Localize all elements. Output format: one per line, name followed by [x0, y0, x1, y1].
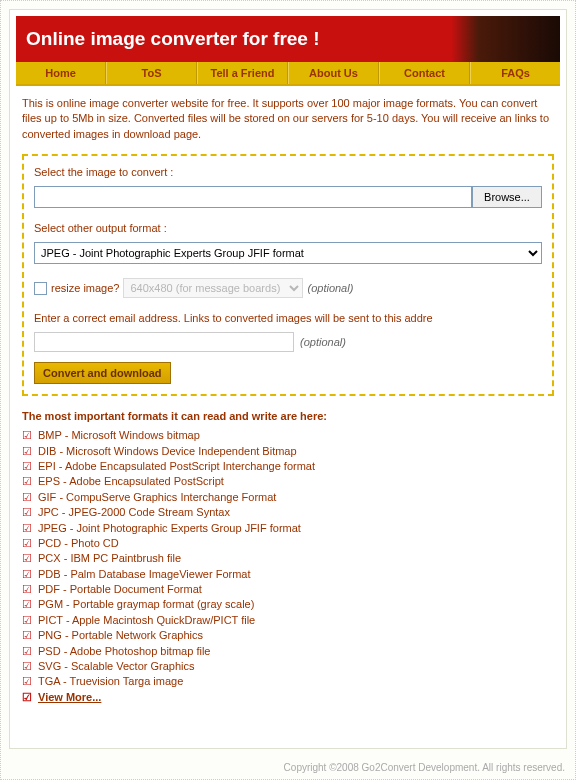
formats-title: The most important formats it can read a…: [22, 410, 554, 422]
resize-optional: (optional): [307, 282, 353, 294]
format-item: PICT - Apple Macintosh QuickDraw/PICT fi…: [22, 613, 554, 628]
file-input[interactable]: [34, 186, 472, 208]
nav-faqs[interactable]: FAQs: [470, 62, 560, 84]
nav-home[interactable]: Home: [16, 62, 106, 84]
formats-list: BMP - Microsoft Windows bitmapDIB - Micr…: [22, 428, 554, 705]
nav-contact[interactable]: Contact: [379, 62, 470, 84]
intro-text: This is online image converter website f…: [22, 96, 554, 142]
format-item: DIB - Microsoft Windows Device Independe…: [22, 444, 554, 459]
resize-select[interactable]: 640x480 (for message boards): [123, 278, 303, 298]
convert-button[interactable]: Convert and download: [34, 362, 171, 384]
format-item: PGM - Portable graymap format (gray scal…: [22, 597, 554, 612]
nav-tos[interactable]: ToS: [106, 62, 197, 84]
output-format-label: Select other output format :: [34, 222, 542, 234]
resize-label: resize image?: [51, 282, 119, 294]
nav-bar: Home ToS Tell a Friend About Us Contact …: [16, 62, 560, 86]
format-item: BMP - Microsoft Windows bitmap: [22, 428, 554, 443]
convert-form: Select the image to convert : Browse... …: [22, 154, 554, 396]
format-item: PDF - Portable Document Format: [22, 582, 554, 597]
format-item: SVG - Scalable Vector Graphics: [22, 659, 554, 674]
footer-copyright: Copyright ©2008 Go2Convert Development. …: [284, 762, 565, 773]
format-item: PNG - Portable Network Graphics: [22, 628, 554, 643]
format-item: JPEG - Joint Photographic Experts Group …: [22, 521, 554, 536]
format-item: TGA - Truevision Targa image: [22, 674, 554, 689]
format-item: PCX - IBM PC Paintbrush file: [22, 551, 554, 566]
email-optional: (optional): [300, 336, 346, 348]
format-item: JPC - JPEG-2000 Code Stream Syntax: [22, 505, 554, 520]
format-item: EPI - Adobe Encapsulated PostScript Inte…: [22, 459, 554, 474]
view-more-link[interactable]: View More...: [22, 690, 554, 705]
email-input[interactable]: [34, 332, 294, 352]
format-item: PCD - Photo CD: [22, 536, 554, 551]
resize-checkbox[interactable]: [34, 282, 47, 295]
select-image-label: Select the image to convert :: [34, 166, 542, 178]
format-item: EPS - Adobe Encapsulated PostScript: [22, 474, 554, 489]
nav-tell-friend[interactable]: Tell a Friend: [197, 62, 288, 84]
output-format-select[interactable]: JPEG - Joint Photographic Experts Group …: [34, 242, 542, 264]
header: Online image converter for free !: [16, 16, 560, 62]
format-item: PSD - Adobe Photoshop bitmap file: [22, 644, 554, 659]
format-item: PDB - Palm Database ImageViewer Format: [22, 567, 554, 582]
page-title: Online image converter for free !: [26, 28, 550, 50]
email-label: Enter a correct email address. Links to …: [34, 312, 542, 324]
format-item: GIF - CompuServe Graphics Interchange Fo…: [22, 490, 554, 505]
browse-button[interactable]: Browse...: [472, 186, 542, 208]
nav-about[interactable]: About Us: [288, 62, 379, 84]
